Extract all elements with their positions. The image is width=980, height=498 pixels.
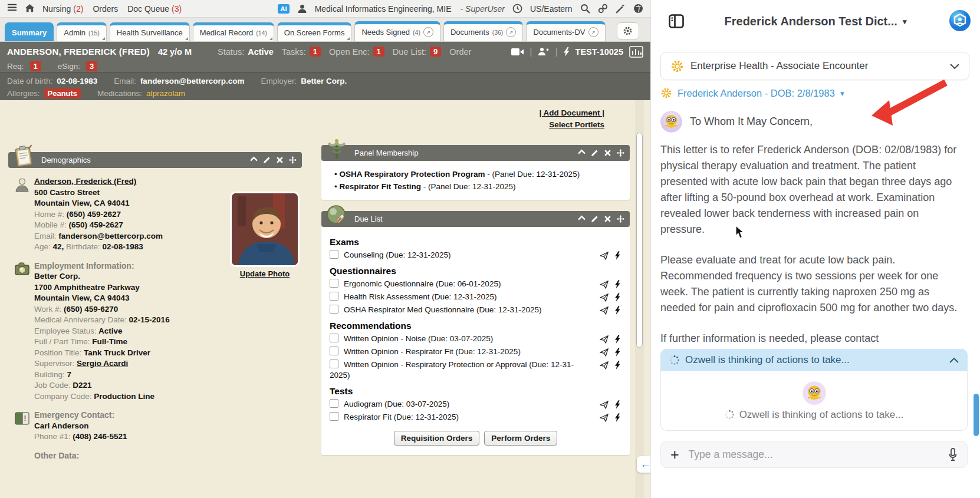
due-item-checkbox[interactable] xyxy=(330,250,338,259)
patient-context-dropdown[interactable]: Frederick Anderson - DOB: 2/8/1983 ▾ xyxy=(660,87,969,99)
quick-order-bolt-icon[interactable] xyxy=(615,361,620,370)
caret-down-icon: ▾ xyxy=(840,89,844,98)
select-portlets-link[interactable]: Select Portlets xyxy=(549,120,604,129)
video-icon[interactable] xyxy=(511,48,524,56)
chevron-up-icon xyxy=(949,358,959,363)
close-icon[interactable] xyxy=(604,149,611,157)
nav-item-doc-queue[interactable]: Doc Queue(3) xyxy=(127,4,182,14)
menu-icon[interactable] xyxy=(7,4,17,14)
edit-icon[interactable] xyxy=(263,156,271,164)
esign-badge[interactable]: 3 xyxy=(86,61,97,71)
dictation-title-dropdown[interactable]: Frederick Anderson Test Dict... ▾ xyxy=(725,11,907,28)
add-document-link[interactable]: | Add Document | xyxy=(539,108,604,117)
quick-action-bolt-icon[interactable] xyxy=(564,47,570,57)
due-list-header[interactable]: Due List xyxy=(321,211,630,227)
tab-health-surveillance[interactable]: Health Surveillance xyxy=(110,22,190,41)
requisition-orders-button[interactable]: Requisition Orders xyxy=(394,431,480,446)
quick-order-bolt-icon[interactable] xyxy=(615,400,620,409)
person-link[interactable]: Anderson, Frederick (Fred) xyxy=(34,177,136,186)
quick-order-bolt-icon[interactable] xyxy=(615,335,620,344)
tab-documents[interactable]: Documents(36)↗ xyxy=(443,21,523,41)
link-icon[interactable] xyxy=(598,4,608,14)
chart-id[interactable]: TEST-10025 xyxy=(575,47,623,57)
left-scrollbar[interactable] xyxy=(635,100,644,498)
tab-admin[interactable]: Admin(15) xyxy=(57,22,107,41)
update-photo-link[interactable]: Update Photo xyxy=(240,269,290,278)
close-icon[interactable] xyxy=(276,156,284,164)
edit-icon[interactable] xyxy=(591,215,598,223)
tab-documents-dv[interactable]: Documents-DV↗ xyxy=(526,21,605,41)
send-order-icon[interactable] xyxy=(600,361,609,370)
panel-membership-header[interactable]: Panel Membership xyxy=(321,145,630,161)
ai-badge[interactable]: AI xyxy=(278,4,290,14)
thinking-card-header[interactable]: Ozwell is thinking of actions to take... xyxy=(660,349,968,371)
open-enc-badge[interactable]: 1 xyxy=(373,47,384,57)
demographics-header[interactable]: Demographics xyxy=(8,152,302,168)
chart-stats-icon[interactable] xyxy=(629,46,643,58)
quick-order-bolt-icon[interactable] xyxy=(615,348,620,357)
search-icon[interactable] xyxy=(580,4,590,14)
send-order-icon[interactable] xyxy=(600,293,609,302)
due-item-checkbox[interactable] xyxy=(330,399,338,408)
tasks-badge[interactable]: 1 xyxy=(310,47,321,57)
ozwell-logo-icon[interactable] xyxy=(949,9,971,32)
due-item-checkbox[interactable] xyxy=(330,292,338,301)
due-item-checkbox[interactable] xyxy=(330,412,338,421)
wand-icon[interactable] xyxy=(616,4,626,14)
quick-order-bolt-icon[interactable] xyxy=(615,280,620,289)
send-order-icon[interactable] xyxy=(600,281,609,289)
nav-item-nursing[interactable]: Nursing(2) xyxy=(42,4,83,14)
tab-summary[interactable]: Summary xyxy=(5,22,54,41)
mic-icon[interactable] xyxy=(948,448,958,461)
sidebar-toggle-icon[interactable] xyxy=(669,14,684,28)
allergy-badge[interactable]: Peanuts xyxy=(44,88,81,98)
close-icon[interactable] xyxy=(604,215,611,223)
send-order-icon[interactable] xyxy=(600,306,609,315)
move-icon[interactable] xyxy=(289,156,297,164)
send-order-icon[interactable] xyxy=(600,252,609,260)
person-link[interactable]: Sergio Acardi xyxy=(77,359,128,368)
collapse-panel-arrow[interactable]: ← xyxy=(637,456,650,473)
medication-value[interactable]: alprazolam xyxy=(146,89,185,98)
send-order-icon[interactable] xyxy=(600,401,609,409)
order-link[interactable]: Order xyxy=(449,47,471,57)
send-order-icon[interactable] xyxy=(600,348,609,357)
add-person-icon[interactable] xyxy=(538,47,549,56)
send-order-icon[interactable] xyxy=(600,414,609,422)
attach-plus-icon[interactable]: + xyxy=(670,448,679,460)
quick-order-bolt-icon[interactable] xyxy=(615,251,620,260)
tab-on-screen-forms[interactable]: On Screen Forms xyxy=(277,22,352,41)
due-item-checkbox[interactable] xyxy=(330,305,338,314)
due-item-checkbox[interactable] xyxy=(330,360,338,368)
tab-settings-button[interactable] xyxy=(617,22,639,39)
divider: | xyxy=(555,47,557,57)
nav-item-orders[interactable]: Orders xyxy=(93,4,118,14)
quick-order-bolt-icon[interactable] xyxy=(615,306,620,315)
move-icon[interactable] xyxy=(617,149,624,157)
tab-medical-record[interactable]: Medical Record(14) xyxy=(193,22,274,41)
encounter-selector[interactable]: Enterprise Health - Associate Encounter xyxy=(660,52,969,80)
due-list-badge[interactable]: 9 xyxy=(430,47,441,57)
due-item-checkbox[interactable] xyxy=(330,279,338,288)
message-input[interactable]: Type a message... xyxy=(689,448,939,461)
tab-needs-signed[interactable]: Needs Signed(4)↗ xyxy=(354,21,440,41)
req-badge[interactable]: 1 xyxy=(30,61,41,71)
home-icon[interactable] xyxy=(25,4,35,14)
scrollbar-thumb[interactable] xyxy=(636,133,643,348)
message-input-bar[interactable]: + Type a message... xyxy=(660,441,968,468)
edit-icon[interactable] xyxy=(591,149,598,157)
collapse-icon[interactable] xyxy=(250,156,258,164)
globe-icon[interactable] xyxy=(633,4,643,14)
quick-order-bolt-icon[interactable] xyxy=(615,293,620,302)
chat-scrollbar-thumb[interactable] xyxy=(974,394,979,436)
perform-orders-button[interactable]: Perform Orders xyxy=(484,431,557,446)
timezone[interactable]: US/Eastern xyxy=(530,4,573,14)
collapse-icon[interactable] xyxy=(578,215,586,223)
move-icon[interactable] xyxy=(617,215,624,223)
collapse-icon[interactable] xyxy=(578,149,586,157)
due-item-checkbox[interactable] xyxy=(330,334,338,342)
send-order-icon[interactable] xyxy=(600,335,609,344)
patient-photo[interactable] xyxy=(230,192,300,267)
due-item-checkbox[interactable] xyxy=(330,347,338,355)
quick-order-bolt-icon[interactable] xyxy=(615,413,620,422)
